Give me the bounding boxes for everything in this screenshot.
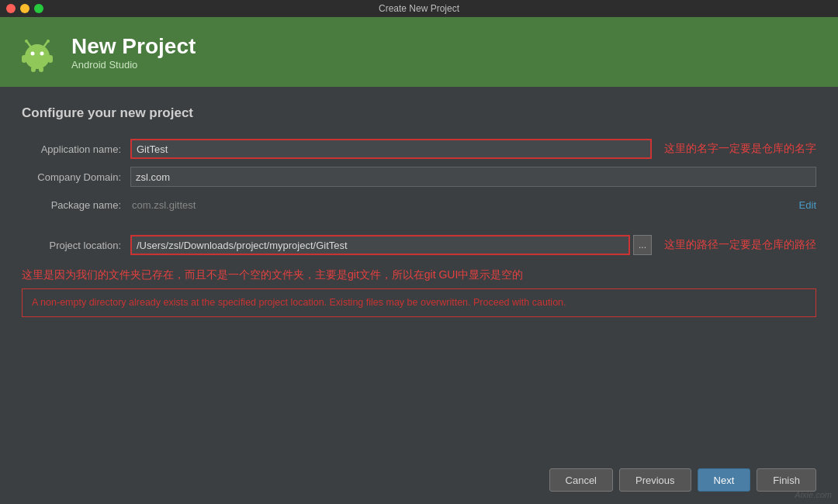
application-name-label: Application name: xyxy=(22,143,130,155)
minimize-button[interactable] xyxy=(20,4,29,13)
svg-point-2 xyxy=(25,40,28,43)
header-text: New Project Android Studio xyxy=(71,33,196,71)
title-bar: Create New Project xyxy=(0,0,838,17)
svg-line-3 xyxy=(43,42,47,47)
form-spacer xyxy=(22,222,816,234)
android-studio-icon xyxy=(17,32,57,72)
project-location-input[interactable] xyxy=(130,235,630,255)
svg-point-5 xyxy=(31,52,35,56)
svg-rect-7 xyxy=(22,55,26,63)
finish-button[interactable]: Finish xyxy=(757,468,816,492)
warning-message: A non-empty directory already exists at … xyxy=(22,288,816,317)
project-location-wrapper: ... xyxy=(130,235,652,255)
maximize-button[interactable] xyxy=(34,4,43,13)
previous-button[interactable]: Previous xyxy=(619,468,691,492)
svg-line-1 xyxy=(27,42,31,47)
svg-point-4 xyxy=(47,40,50,43)
project-location-label: Project location: xyxy=(22,240,130,251)
package-name-row: Package name: com.zsl.gittest Edit xyxy=(22,194,816,216)
close-button[interactable] xyxy=(6,4,16,13)
application-name-annotation: 这里的名字一定要是仓库的名字 xyxy=(664,142,816,156)
application-name-input[interactable] xyxy=(130,139,652,159)
header-title: New Project xyxy=(71,33,196,60)
app-icon xyxy=(16,30,59,74)
main-content: Configure your new project Application n… xyxy=(0,87,838,504)
company-domain-label: Company Domain: xyxy=(22,171,130,183)
svg-rect-8 xyxy=(48,55,53,63)
section-title: Configure your new project xyxy=(22,105,816,121)
project-location-row: Project location: ... 这里的路径一定要是仓库的路径 xyxy=(22,234,816,256)
svg-point-6 xyxy=(40,52,44,56)
package-name-value: com.zsl.gittest xyxy=(130,199,793,211)
cancel-button[interactable]: Cancel xyxy=(549,468,613,492)
window-title: Create New Project xyxy=(379,3,459,14)
watermark: Aixie.com xyxy=(795,490,832,499)
next-button[interactable]: Next xyxy=(698,468,751,492)
header-subtitle: Android Studio xyxy=(71,59,196,71)
project-location-annotation: 这里的路径一定要是仓库的路径 xyxy=(664,238,816,252)
company-domain-row: Company Domain: xyxy=(22,166,816,188)
edit-link[interactable]: Edit xyxy=(799,199,816,211)
svg-rect-10 xyxy=(39,67,43,72)
header-banner: New Project Android Studio xyxy=(0,17,838,87)
browse-button[interactable]: ... xyxy=(633,235,652,255)
warning-section: 这里是因为我们的文件夹已存在，而且不是一个空的文件夹，主要是git文件，所以在g… xyxy=(22,268,816,323)
footer-buttons: Cancel Previous Next Finish xyxy=(22,461,816,492)
window-controls[interactable] xyxy=(6,4,43,13)
application-name-row: Application name: 这里的名字一定要是仓库的名字 xyxy=(22,138,816,160)
warning-annotation: 这里是因为我们的文件夹已存在，而且不是一个空的文件夹，主要是git文件，所以在g… xyxy=(22,268,816,282)
company-domain-input[interactable] xyxy=(130,167,816,187)
svg-rect-9 xyxy=(31,67,36,72)
package-name-label: Package name: xyxy=(22,199,130,211)
